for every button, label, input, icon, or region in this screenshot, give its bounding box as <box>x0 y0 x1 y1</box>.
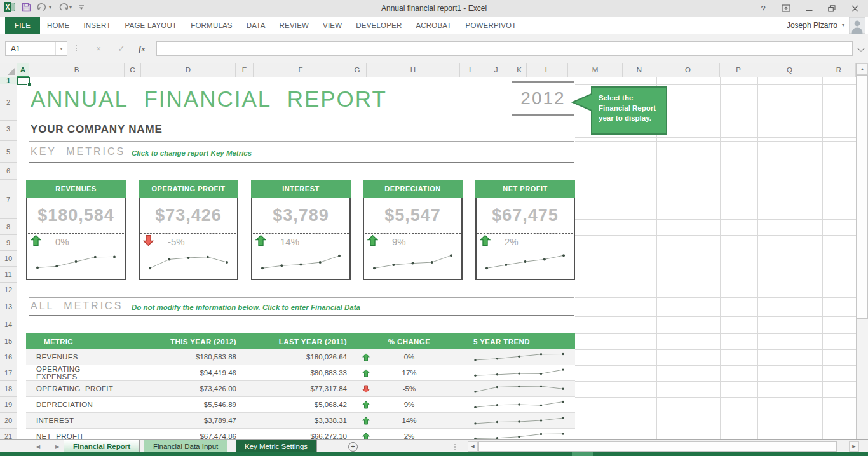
column-header-J[interactable]: J <box>480 63 512 77</box>
sheet-nav-left-icon[interactable]: ◀ <box>36 440 40 453</box>
column-header-Q[interactable]: Q <box>757 63 822 77</box>
table-row-depreciation[interactable]: DEPRECIATION $5,546.89 $5,068.42 9% <box>26 397 575 413</box>
column-header-G[interactable]: G <box>348 63 367 77</box>
ribbon-tab-insert[interactable]: INSERT <box>76 17 118 34</box>
table-row-net-profit[interactable]: NET PROFIT $67,474.86 $66,272.10 2% <box>26 429 575 439</box>
row-header-12[interactable]: 12 <box>0 283 17 297</box>
row-header-6[interactable]: 6 <box>0 163 17 180</box>
restore-button[interactable] <box>825 2 839 15</box>
user-dropdown-icon[interactable]: ▾ <box>842 22 844 28</box>
cancel-button[interactable]: × <box>93 44 104 53</box>
name-box-dropdown-icon[interactable]: ▾ <box>55 42 67 55</box>
table-row-interest[interactable]: INTEREST $3,789.47 $3,338.31 14% <box>26 413 575 429</box>
metric-card-net-profit[interactable]: NET PROFIT $67,475 2% <box>475 180 575 280</box>
sheet-nav-right-icon[interactable]: ▶ <box>55 440 59 453</box>
row-header-11[interactable]: 11 <box>0 267 17 283</box>
vscroll-thumb[interactable] <box>857 75 868 319</box>
minimize-button[interactable] <box>802 2 816 15</box>
help-button[interactable]: ? <box>756 2 770 15</box>
report-year-selector[interactable]: 2012 <box>512 81 574 116</box>
metric-card-depreciation[interactable]: DEPRECIATION $5,547 9% <box>363 180 463 280</box>
ribbon-tab-acrobat[interactable]: ACROBAT <box>409 17 458 34</box>
ribbon-tab-home[interactable]: HOME <box>40 17 76 34</box>
table-header-this-year: THIS YEAR (2012) <box>121 333 239 349</box>
sparkline <box>471 429 567 440</box>
ribbon-tab-page-layout[interactable]: PAGE LAYOUT <box>118 17 184 34</box>
row-header-9[interactable]: 9 <box>0 235 17 251</box>
sheet-tab-financial-data-input[interactable]: Financial Data Input <box>144 440 227 453</box>
row-header-5[interactable]: 5 <box>0 141 17 163</box>
metric-card-revenues[interactable]: REVENUES $180,584 0% <box>26 180 126 280</box>
table-row-operating-expenses[interactable]: OPERATING EXPENSES $94,419.46 $80,883.33… <box>26 365 575 381</box>
hscroll-right-icon[interactable]: ▶ <box>849 441 859 452</box>
enter-button[interactable]: ✓ <box>116 44 127 53</box>
ribbon-tab-data[interactable]: DATA <box>240 17 273 34</box>
column-header-R[interactable]: R <box>822 63 856 77</box>
formula-bar-expand-icon[interactable] <box>857 44 864 51</box>
up-arrow-icon <box>362 433 370 440</box>
row-header-10[interactable]: 10 <box>0 251 17 267</box>
table-cell-this-year: $73,426.00 <box>121 381 239 397</box>
select-all-corner[interactable] <box>0 63 17 77</box>
column-header-P[interactable]: P <box>720 63 757 77</box>
new-sheet-button[interactable]: + <box>348 442 358 452</box>
row-header-19[interactable]: 19 <box>0 397 17 413</box>
column-header-I[interactable]: I <box>460 63 480 77</box>
insert-function-button[interactable]: fx <box>139 44 146 54</box>
sparkline <box>471 350 567 365</box>
column-header-E[interactable]: E <box>236 63 254 77</box>
ribbon-tab-developer[interactable]: DEVELOPER <box>349 17 409 34</box>
row-header-16[interactable]: 16 <box>0 349 17 365</box>
vscroll-up-icon[interactable]: ▲ <box>857 63 868 75</box>
ribbon-tab-formulas[interactable]: FORMULAS <box>184 17 240 34</box>
row-header-7[interactable]: 7 <box>0 180 17 219</box>
column-header-D[interactable]: D <box>141 63 236 77</box>
row-header-17[interactable]: 17 <box>0 365 17 381</box>
column-header-N[interactable]: N <box>623 63 656 77</box>
close-button[interactable] <box>848 2 862 15</box>
hscroll-thumb[interactable] <box>478 441 837 452</box>
row-header-8[interactable]: 8 <box>0 219 17 235</box>
ribbon-tab-file[interactable]: FILE <box>5 17 40 34</box>
ribbon-display-options-button[interactable] <box>779 2 793 15</box>
user-account[interactable]: Joseph Pizarro ▾ <box>787 17 865 34</box>
column-header-O[interactable]: O <box>656 63 720 77</box>
column-header-B[interactable]: B <box>29 63 125 77</box>
row-header-13[interactable]: 13 <box>0 297 17 316</box>
ribbon-tab-review[interactable]: REVIEW <box>273 17 316 34</box>
name-box[interactable]: A1 ▾ <box>5 41 67 56</box>
ribbon-tab-view[interactable]: VIEW <box>316 17 349 34</box>
metric-card-value: $67,475 <box>477 198 574 233</box>
row-header-1[interactable]: 1 <box>0 77 17 84</box>
formula-input[interactable] <box>156 41 853 56</box>
table-cell-this-year: $180,583.88 <box>121 349 239 365</box>
metric-card-sparkline <box>364 249 461 276</box>
row-header-18[interactable]: 18 <box>0 381 17 397</box>
all-metrics-hint[interactable]: Do not modify the information below. Cli… <box>132 304 360 311</box>
column-header-L[interactable]: L <box>527 63 568 77</box>
metric-card-interest[interactable]: INTEREST $3,789 14% <box>251 180 351 280</box>
row-header-2[interactable]: 2 <box>0 84 17 121</box>
column-header-H[interactable]: H <box>367 63 460 77</box>
column-header-M[interactable]: M <box>568 63 623 77</box>
sheet-tab-financial-report[interactable]: Financial Report <box>64 440 140 453</box>
sheet-tab-key-metric-settings[interactable]: Key Metric Settings <box>236 440 317 453</box>
column-header-K[interactable]: K <box>512 63 527 77</box>
row-header-15[interactable]: 15 <box>0 333 17 349</box>
key-metrics-hint[interactable]: Click to change report Key Metrics <box>132 149 252 157</box>
table-header-row: METRIC THIS YEAR (2012) LAST YEAR (2011)… <box>26 333 575 349</box>
avatar[interactable] <box>849 17 865 34</box>
row-header-14[interactable]: 14 <box>0 316 17 333</box>
ribbon-tab-powerpivot[interactable]: POWERPIVOT <box>459 17 524 34</box>
column-header-F[interactable]: F <box>254 63 348 77</box>
row-header-3[interactable]: 3 <box>0 121 17 137</box>
metric-card-stats: 0% <box>27 234 125 249</box>
metric-card-stats: -5% <box>140 234 237 249</box>
column-header-A[interactable]: A <box>17 63 29 77</box>
row-header-20[interactable]: 20 <box>0 413 17 429</box>
table-row-revenues[interactable]: REVENUES $180,583.88 $180,026.64 0% <box>26 349 575 365</box>
metric-card-operating-profit[interactable]: OPERATING PROFIT $73,426 -5% <box>139 180 238 280</box>
hscroll-left-icon[interactable]: ◀ <box>468 441 478 452</box>
column-header-C[interactable]: C <box>125 63 141 77</box>
table-row-operating-profit[interactable]: OPERATING PROFIT $73,426.00 $77,317.84 -… <box>26 381 575 397</box>
